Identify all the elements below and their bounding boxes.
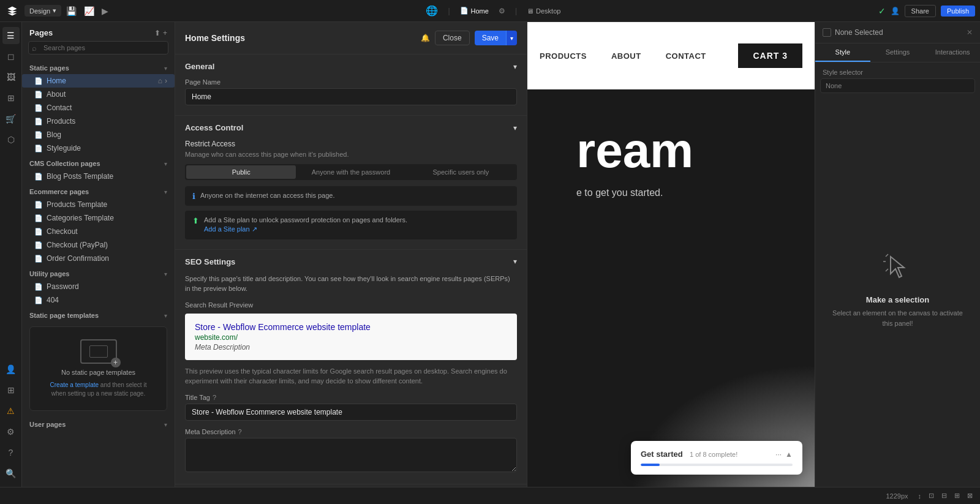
search-wrapper (28, 41, 168, 55)
static-templates-section-header[interactable]: Static page templates ▾ (22, 307, 175, 322)
nav-contact[interactable]: CONTACT (666, 51, 706, 61)
nav-products[interactable]: PRODUCTS (540, 51, 587, 61)
tab-interactions[interactable]: Interactions (925, 43, 980, 62)
design-mode-selector[interactable]: Design ▾ (24, 5, 61, 17)
main-area: ☰ ◻ 🖼 ⊞ 🛒 ⬡ 👤 ⊞ ⚠ ⚙ ? 🔍 Pages ⬆ + (0, 22, 980, 487)
canvas-area: PRODUCTS ABOUT CONTACT CART 3 ream e to … (527, 22, 815, 487)
publish-button[interactable]: Publish (941, 6, 975, 17)
user-pages-section-header[interactable]: User pages ▾ (22, 416, 175, 431)
play-icon[interactable]: ▶ (102, 6, 108, 16)
title-tag-input[interactable] (185, 404, 517, 421)
import-page-icon[interactable]: ⬆ (154, 29, 160, 37)
close-button[interactable]: Close (435, 31, 470, 45)
progress-fill (641, 464, 660, 466)
page-item-styleguide[interactable]: 📄 Styleguide (22, 141, 175, 155)
settings-rail-icon[interactable]: ⚙ (2, 423, 20, 440)
settings-icon[interactable]: ⚙ (499, 7, 505, 15)
restrict-access-desc: Manage who can access this page when it'… (185, 151, 517, 158)
page-item-about[interactable]: 📄 About (22, 88, 175, 101)
home-page-arrow-icon[interactable]: › (165, 77, 167, 85)
meta-description-input[interactable] (185, 438, 517, 472)
search-input[interactable] (28, 41, 168, 55)
create-template-link[interactable]: Create a template (50, 382, 99, 388)
tab-style[interactable]: Style (815, 43, 870, 62)
save-button[interactable]: Save (475, 31, 506, 45)
logo[interactable] (5, 4, 20, 18)
globe-icon[interactable]: 🌐 (426, 5, 438, 17)
topbar-tool-icons: 💾 📈 ▶ (66, 6, 108, 16)
page-item-contact[interactable]: 📄 Contact (22, 101, 175, 115)
warning-icon[interactable]: ⚠ (2, 402, 20, 419)
serp-title[interactable]: Store - Webflow Ecommerce website templa… (195, 322, 507, 332)
page-name-products: Products (47, 117, 167, 126)
nav-about[interactable]: ABOUT (611, 51, 641, 61)
nav-cart[interactable]: CART 3 (738, 43, 802, 68)
page-item-products-template[interactable]: 📄 Products Template (22, 198, 175, 211)
access-control-body: Restrict Access Manage who can access th… (175, 140, 527, 249)
page-name-input[interactable] (185, 88, 517, 105)
page-item-categories-template[interactable]: 📄 Categories Template (22, 211, 175, 225)
help-icon[interactable]: ? (2, 444, 20, 461)
page-item-404[interactable]: 📄 404 (22, 293, 175, 307)
pages-icon[interactable]: ☰ (2, 27, 20, 44)
seo-section-header[interactable]: SEO Settings ▾ (175, 250, 527, 274)
share-button[interactable]: Share (905, 5, 936, 17)
access-tab-public[interactable]: Public (186, 165, 296, 179)
page-item-blog-template[interactable]: 📄 Blog Posts Template (22, 170, 175, 183)
page-item-order-confirmation[interactable]: 📄 Order Confirmation (22, 252, 175, 265)
save-icon[interactable]: 💾 (66, 6, 77, 16)
save-dropdown-button[interactable]: ▾ (506, 31, 517, 45)
tab-settings[interactable]: Settings (870, 43, 925, 62)
access-tab-password[interactable]: Anyone with the password (296, 165, 405, 179)
get-started-progress: 1 of 8 complete! (690, 451, 737, 458)
serp-note: This preview uses the typical character … (185, 366, 517, 386)
utility-section-header[interactable]: Utility pages ▾ (22, 265, 175, 280)
ecom-page-icon-categories: 📄 (34, 214, 43, 222)
title-tag-hint-icon[interactable]: ? (213, 394, 216, 401)
page-name-products-template: Products Template (47, 200, 167, 209)
page-item-products[interactable]: 📄 Products (22, 115, 175, 128)
desktop-tab[interactable]: 🖥 Desktop (527, 7, 560, 15)
cms-icon[interactable]: ⊞ (2, 89, 20, 107)
bell-icon[interactable]: 🔔 (421, 34, 430, 42)
components-icon[interactable]: ◻ (2, 48, 20, 65)
upgrade-link[interactable]: Add a Site plan ↗ (204, 225, 257, 233)
static-pages-section-header[interactable]: Static pages ▾ (22, 59, 175, 74)
access-tab-specific[interactable]: Specific users only (406, 165, 516, 179)
page-icon: 📄 (460, 7, 469, 15)
home-page-action-icon[interactable]: ⌂ (158, 77, 162, 85)
logic-icon[interactable]: ⬡ (2, 131, 20, 148)
view-icon-4[interactable]: ⊠ (967, 492, 973, 500)
page-item-checkout-paypal[interactable]: 📄 Checkout (PayPal) (22, 238, 175, 252)
page-item-password[interactable]: 📄 Password (22, 280, 175, 293)
view-icon-3[interactable]: ⊞ (954, 492, 960, 500)
page-item-home[interactable]: 📄 Home ⌂ › (22, 74, 175, 88)
person-icon[interactable]: 👤 (891, 7, 900, 15)
search-rail-icon[interactable]: 🔍 (2, 465, 20, 482)
ecommerce-icon[interactable]: 🛒 (2, 110, 20, 127)
chart-icon[interactable]: 📈 (84, 6, 94, 16)
page-item-checkout[interactable]: 📄 Checkout (22, 225, 175, 238)
access-control-header[interactable]: Access Control ▾ (175, 116, 527, 140)
get-started-dots-button[interactable]: ··· (775, 450, 782, 459)
page-item-blog[interactable]: 📄 Blog (22, 128, 175, 141)
desktop-label: Desktop (536, 7, 560, 15)
right-panel-close-icon[interactable]: ✕ (967, 28, 973, 37)
ecommerce-section-header[interactable]: Ecommerce pages ▾ (22, 183, 175, 198)
add-page-icon[interactable]: + (163, 29, 167, 37)
cms-section-header[interactable]: CMS Collection pages ▾ (22, 155, 175, 170)
assets-icon[interactable]: 🖼 (2, 69, 20, 86)
apps-icon[interactable]: ⊞ (2, 382, 20, 399)
general-section-header[interactable]: General ▾ (175, 55, 527, 78)
get-started-collapse-button[interactable]: ▲ (785, 450, 793, 459)
seo-section-body: Specify this page's title and descriptio… (175, 274, 527, 484)
users-icon[interactable]: 👤 (2, 361, 20, 378)
view-icon-2[interactable]: ⊟ (941, 492, 947, 500)
chevron-down-icon: ▾ (53, 7, 56, 15)
view-icon-1[interactable]: ⊡ (929, 492, 934, 500)
ecom-page-icon-order: 📄 (34, 255, 43, 263)
meta-desc-hint-icon[interactable]: ? (238, 428, 242, 435)
style-selector-input[interactable] (820, 78, 975, 93)
search-result-preview-label: Search Result Preview (185, 301, 517, 309)
home-page-tab[interactable]: 📄 Home (460, 7, 489, 15)
